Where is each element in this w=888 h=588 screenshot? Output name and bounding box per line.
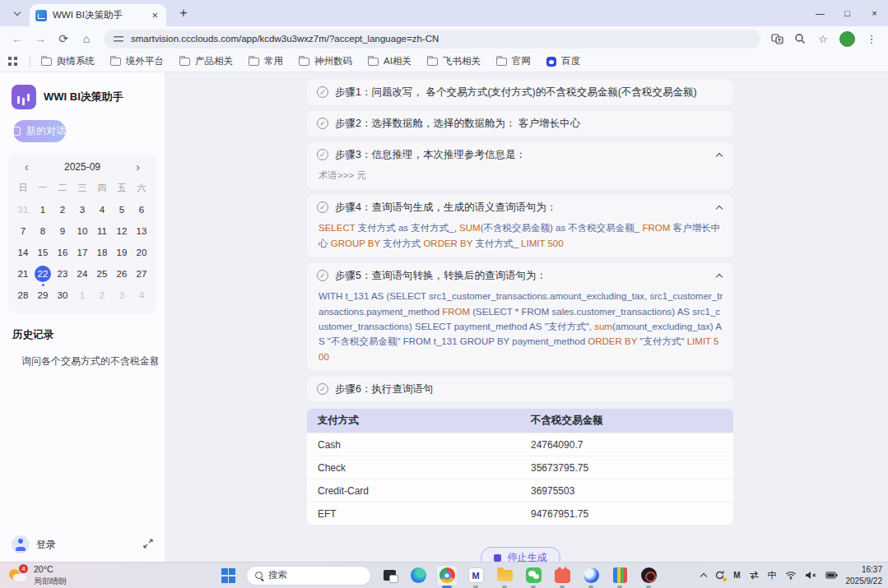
calendar-day[interactable]: 2 (92, 287, 112, 304)
bookmark-item[interactable]: 产品相关 (179, 55, 233, 67)
calendar-day[interactable]: 15 (33, 244, 53, 262)
calendar-day[interactable]: 13 (132, 223, 151, 240)
calendar-day[interactable]: 2 (53, 201, 72, 219)
close-button[interactable]: × (861, 0, 888, 26)
bookmark-item[interactable]: 官网 (496, 55, 531, 67)
collapse-chevron-icon[interactable] (717, 200, 722, 215)
task-view-button[interactable] (379, 565, 400, 586)
calendar-day[interactable]: 23 (53, 266, 72, 283)
calendar-day[interactable]: 14 (13, 244, 33, 262)
archive-app-button[interactable] (609, 565, 630, 586)
markdown-app-button[interactable]: M (465, 565, 486, 586)
calendar-day[interactable]: 22 (33, 266, 53, 283)
calendar-day[interactable]: 21 (13, 266, 33, 283)
battery-icon[interactable] (825, 572, 838, 579)
collapse-sidebar-icon[interactable] (143, 537, 153, 552)
bookmark-item[interactable]: 神州数码 (299, 55, 352, 67)
reload-button[interactable]: ⟳ (53, 29, 74, 49)
calendar-day[interactable]: 9 (53, 223, 72, 240)
app-logo-icon (12, 85, 36, 109)
hidden-icons-button[interactable] (701, 572, 706, 579)
start-button[interactable] (217, 565, 239, 586)
bookmark-item[interactable]: 常用 (249, 55, 283, 67)
calendar-day[interactable]: 26 (112, 266, 132, 283)
collapse-chevron-icon[interactable] (717, 147, 722, 162)
weather-widget[interactable]: 4 20°C 局部晴朗 (0, 563, 75, 588)
minimize-button[interactable]: — (807, 0, 834, 26)
calendar-day[interactable]: 10 (72, 223, 92, 240)
collapse-chevron-icon[interactable] (717, 268, 722, 283)
history-list: 询问各个交易方式的不含税金额 (0, 354, 165, 368)
windows-logo-icon (221, 568, 235, 582)
calendar-day[interactable]: 28 (13, 287, 33, 304)
calendar-prev-icon[interactable]: ‹ (23, 161, 30, 173)
calendar-day[interactable]: 25 (92, 266, 112, 283)
bird-app-button[interactable] (580, 565, 602, 586)
calendar-day[interactable]: 12 (112, 223, 132, 240)
back-button[interactable]: ← (7, 29, 28, 49)
forward-button[interactable]: → (30, 29, 51, 49)
calendar-day[interactable]: 20 (132, 244, 151, 262)
calendar-next-icon[interactable]: › (134, 161, 142, 173)
bookmark-item[interactable]: 舆情系统 (41, 55, 95, 67)
bookmark-item[interactable]: 飞书相关 (427, 55, 481, 67)
calendar-day[interactable]: 1 (72, 287, 92, 304)
cat-app-button[interactable] (551, 565, 573, 586)
login-button[interactable]: 登录 (36, 538, 56, 552)
volume-muted-icon[interactable] (805, 571, 817, 580)
calendar-day[interactable]: 24 (72, 266, 92, 283)
ime-indicator[interactable]: 中 (768, 569, 777, 581)
calendar-day[interactable]: 3 (112, 287, 132, 304)
history-item[interactable]: 询问各个交易方式的不含税金额 (21, 354, 158, 368)
update-icon[interactable] (714, 570, 725, 581)
maximize-button[interactable]: □ (834, 0, 861, 26)
bookmark-item[interactable]: AI相关 (368, 55, 411, 67)
calendar-day[interactable]: 5 (112, 201, 132, 219)
tray-m-icon[interactable]: M (733, 571, 740, 580)
bookmark-item[interactable]: 境外平台 (110, 55, 164, 67)
network-activity-icon[interactable] (749, 571, 760, 580)
taskbar-clock[interactable]: 16:37 2025/9/22 (846, 564, 883, 586)
taskbar-search[interactable]: 搜索 (246, 566, 371, 586)
bookmark-item[interactable]: 百度 (546, 55, 580, 67)
search-icon[interactable] (790, 29, 810, 49)
url-bar[interactable]: smartvision.ccclouds.com/app/kcdw3u3wxz7… (104, 30, 760, 49)
translate-icon[interactable] (767, 29, 787, 49)
calendar-day[interactable]: 11 (92, 223, 112, 240)
apps-grid-icon[interactable] (8, 57, 17, 66)
calendar-day[interactable]: 4 (92, 201, 112, 219)
edge-app-button[interactable] (407, 565, 429, 586)
menu-icon[interactable]: ⋮ (862, 29, 881, 49)
calendar-day[interactable]: 8 (33, 223, 53, 240)
new-tab-button[interactable]: + (173, 2, 194, 24)
weekday-label: 五 (112, 182, 132, 194)
calendar-day[interactable]: 4 (132, 287, 151, 304)
wifi-icon[interactable] (785, 571, 797, 580)
site-info-icon[interactable] (114, 35, 123, 43)
calendar-day[interactable]: 6 (132, 201, 151, 219)
calendar-day[interactable]: 30 (53, 287, 72, 304)
wechat-app-button[interactable] (523, 565, 544, 586)
home-button[interactable]: ⌂ (76, 29, 97, 49)
check-circle-icon: ✓ (317, 201, 328, 213)
calendar-day[interactable]: 27 (132, 266, 151, 283)
chrome-app-button[interactable] (436, 565, 458, 586)
calendar-day[interactable]: 16 (53, 244, 72, 262)
calendar-day[interactable]: 29 (33, 287, 53, 304)
tab-close-icon[interactable]: × (149, 9, 160, 21)
calendar-day[interactable]: 7 (13, 223, 33, 240)
profile-avatar[interactable] (839, 31, 855, 47)
calendar-day[interactable]: 18 (92, 244, 112, 262)
bookmark-star-icon[interactable]: ☆ (813, 29, 833, 49)
calendar-day[interactable]: 31 (13, 201, 33, 219)
new-chat-button[interactable]: 新的对话 (13, 120, 66, 142)
file-explorer-button[interactable] (494, 565, 515, 586)
recorder-app-button[interactable] (638, 565, 659, 586)
tab-search-button[interactable] (7, 2, 28, 24)
user-avatar-icon[interactable] (12, 535, 30, 553)
calendar-day[interactable]: 3 (72, 201, 92, 219)
calendar-day[interactable]: 19 (112, 244, 132, 262)
calendar-day[interactable]: 17 (72, 244, 92, 262)
calendar-day[interactable]: 1 (33, 201, 53, 219)
browser-tab[interactable]: WWI BI决策助手 × (30, 4, 166, 26)
